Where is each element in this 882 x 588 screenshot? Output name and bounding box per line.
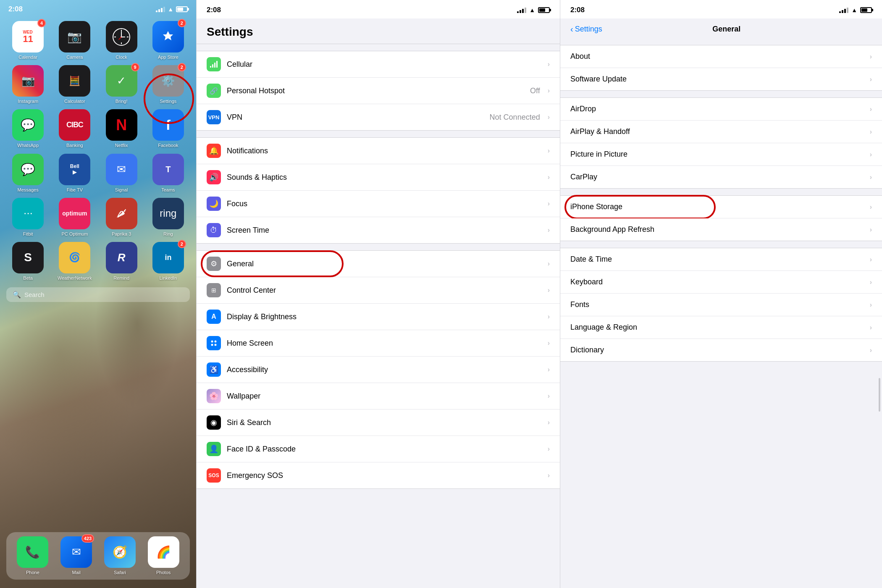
settings-row-focus[interactable]: 🌙 Focus ›: [197, 191, 560, 217]
general-row-airplay[interactable]: AirPlay & Handoff ›: [560, 121, 882, 143]
general-status-icons: ▲: [839, 7, 872, 13]
settings-row-notifications[interactable]: 🔔 Notifications ›: [197, 138, 560, 164]
general-row-about[interactable]: About ›: [560, 45, 882, 68]
settings-row-wallpaper[interactable]: 🌸 Wallpaper ›: [197, 383, 560, 410]
general-settings-icon: ⚙: [207, 257, 221, 271]
hotspot-icon: 🔗: [207, 84, 221, 98]
app-beta[interactable]: S Beta: [6, 242, 50, 281]
app-calculator[interactable]: 🧮 Calculator: [53, 65, 96, 104]
settings-section-notifications: 🔔 Notifications › 🔊 Sounds & Haptics › 🌙…: [197, 137, 560, 244]
app-paprika[interactable]: 🌶 Paprika 3: [100, 198, 143, 237]
home-screen: 2:08 ▲ WED 11 4 Calendar: [0, 0, 196, 588]
settings-status-bar: 2:08 ▲: [197, 0, 560, 18]
app-belltv[interactable]: Bell▶ Fibe TV: [53, 154, 96, 193]
settings-row-accessibility[interactable]: ♿ Accessibility ›: [197, 357, 560, 383]
dock-photos[interactable]: 🌈 Photos: [143, 536, 184, 575]
cellular-icon: [207, 57, 221, 71]
chevron-icon: ›: [870, 278, 872, 286]
home-status-bar: 2:08 ▲: [0, 0, 196, 17]
general-row-fonts[interactable]: Fonts ›: [560, 294, 882, 316]
app-signal[interactable]: ✉ Signal: [100, 154, 143, 193]
general-row-pip[interactable]: Picture in Picture ›: [560, 143, 882, 166]
general-row-dictionary[interactable]: Dictionary ›: [560, 339, 882, 361]
settings-list: Cellular › 🔗 Personal Hotspot Off › VPN …: [197, 44, 560, 496]
app-appstore[interactable]: 2 App Store: [147, 21, 190, 60]
app-whatsapp[interactable]: 💬 WhatsApp: [6, 109, 50, 148]
general-nav-bar: ‹ Settings General: [560, 18, 882, 38]
settings-row-cellular[interactable]: Cellular ›: [197, 51, 560, 78]
clock-face-icon: [112, 28, 131, 46]
chevron-icon: ›: [548, 392, 550, 400]
settings-row-controlcenter[interactable]: ⊞ Control Center ›: [197, 277, 560, 304]
app-pcoptimum[interactable]: optimum PC Optimum: [53, 198, 96, 237]
app-fitbit[interactable]: ⋯ Fitbit: [6, 198, 50, 237]
general-row-language[interactable]: Language & Region ›: [560, 316, 882, 339]
svg-rect-10: [210, 66, 211, 68]
settings-row-emergencysos[interactable]: SOS Emergency SOS ›: [197, 462, 560, 488]
settings-row-general[interactable]: ⚙ General ›: [197, 251, 560, 277]
general-row-iphonestorage[interactable]: iPhone Storage ›: [560, 196, 882, 218]
signal-dark-icon: [517, 8, 526, 13]
app-clock[interactable]: Clock: [100, 21, 143, 60]
app-linkedin[interactable]: in 2 LinkedIn: [147, 242, 190, 281]
settings-row-screentime[interactable]: ⏱ Screen Time ›: [197, 217, 560, 243]
app-instagram[interactable]: 📷 Instagram: [6, 65, 50, 104]
chevron-icon: ›: [548, 173, 550, 181]
settings-title: Settings: [197, 18, 560, 44]
app-calendar[interactable]: WED 11 4 Calendar: [6, 21, 50, 60]
chevron-icon: ›: [870, 226, 872, 234]
screentime-icon: ⏱: [207, 223, 221, 237]
app-ring[interactable]: ring Ring: [147, 198, 190, 237]
dock: 📞 Phone ✉ 423 Mail 🧭 Safari 🌈 Photos: [6, 532, 190, 580]
general-row-backgroundrefresh[interactable]: Background App Refresh ›: [560, 218, 882, 241]
settings-row-sounds[interactable]: 🔊 Sounds & Haptics ›: [197, 164, 560, 191]
app-facebook[interactable]: f Facebook: [147, 109, 190, 148]
settings-row-faceid[interactable]: 👤 Face ID & Passcode ›: [197, 436, 560, 462]
app-banking[interactable]: CIBC Banking: [53, 109, 96, 148]
settings-section-general: ⚙ General › ⊞ Control Center › A Display…: [197, 250, 560, 489]
app-netflix[interactable]: N Netflix: [100, 109, 143, 148]
general-status-bar: 2:08 ▲: [560, 0, 882, 18]
general-row-datetime[interactable]: Date & Time ›: [560, 248, 882, 271]
general-section-datetime: Date & Time › Keyboard › Fonts › Languag…: [560, 248, 882, 362]
chevron-icon: ›: [870, 128, 872, 136]
focus-icon: 🌙: [207, 197, 221, 211]
sounds-icon: 🔊: [207, 170, 221, 184]
general-row-softwareupdate[interactable]: Software Update ›: [560, 68, 882, 90]
settings-section-connectivity: Cellular › 🔗 Personal Hotspot Off › VPN …: [197, 51, 560, 131]
chevron-icon: ›: [548, 87, 550, 94]
chevron-icon: ›: [548, 286, 550, 294]
svg-point-16: [211, 344, 213, 346]
app-remind[interactable]: R Remind: [100, 242, 143, 281]
back-chevron-icon: ‹: [570, 24, 573, 34]
general-row-airdrop[interactable]: AirDrop ›: [560, 98, 882, 121]
app-messages[interactable]: 💬 Messages: [6, 154, 50, 193]
settings-row-display[interactable]: A Display & Brightness ›: [197, 304, 560, 330]
chevron-icon: ›: [548, 147, 550, 155]
chevron-icon: ›: [870, 256, 872, 263]
general-row-keyboard[interactable]: Keyboard ›: [560, 271, 882, 294]
app-bring[interactable]: ✓ 9 Bring!: [100, 65, 143, 104]
settings-row-homescreen[interactable]: Home Screen ›: [197, 330, 560, 357]
general-time: 2:08: [570, 6, 585, 14]
general-row-carplay[interactable]: CarPlay ›: [560, 166, 882, 188]
chevron-icon: ›: [548, 200, 550, 207]
chevron-icon: ›: [548, 472, 550, 479]
app-settings[interactable]: ⚙️ 2 Settings: [147, 65, 190, 104]
app-camera[interactable]: 📷 Camera: [53, 21, 96, 60]
app-teams[interactable]: T Teams: [147, 154, 190, 193]
settings-row-hotspot[interactable]: 🔗 Personal Hotspot Off ›: [197, 78, 560, 104]
settings-row-siri[interactable]: ◉ Siri & Search ›: [197, 410, 560, 436]
notifications-icon: 🔔: [207, 144, 221, 158]
general-section-storage: iPhone Storage › Background App Refresh …: [560, 195, 882, 241]
settings-row-vpn[interactable]: VPN VPN Not Connected ›: [197, 104, 560, 130]
search-bar[interactable]: 🔍 Search: [6, 287, 190, 302]
dock-mail[interactable]: ✉ 423 Mail: [56, 536, 97, 575]
app-weather[interactable]: 🌀 WeatherNetwork: [53, 242, 96, 281]
chevron-icon: ›: [548, 419, 550, 426]
back-button[interactable]: ‹ Settings: [570, 24, 602, 34]
controlcenter-icon: ⊞: [207, 283, 221, 297]
dock-safari[interactable]: 🧭 Safari: [100, 536, 140, 575]
dock-phone[interactable]: 📞 Phone: [13, 536, 53, 575]
wifi-general-icon: ▲: [851, 7, 857, 13]
